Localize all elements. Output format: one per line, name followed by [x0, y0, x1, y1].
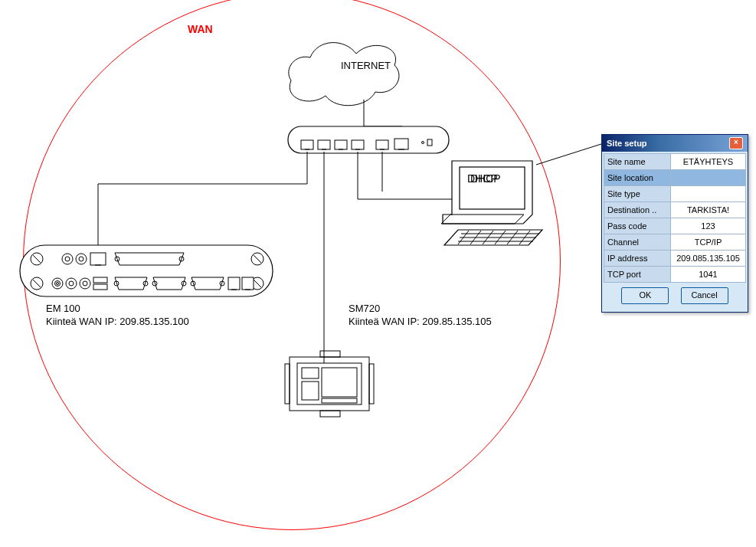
- dialog-row[interactable]: Site location: [604, 170, 746, 186]
- site-setup-dialog: Site setup × Site nameETÄYHTEYSSite loca…: [601, 134, 748, 313]
- dialog-row-key: TCP port: [604, 267, 671, 283]
- svg-rect-61: [93, 277, 107, 283]
- svg-rect-80: [302, 382, 319, 400]
- em100-icon: [20, 245, 273, 296]
- dialog-title: Site setup: [607, 139, 647, 148]
- dialog-row-value[interactable]: TARKISTA!: [671, 202, 746, 218]
- em100-label: EM 100 Kiinteä WAN IP: 209.85.135.100: [46, 303, 189, 329]
- svg-rect-4: [301, 140, 313, 149]
- svg-rect-14: [394, 139, 408, 149]
- dialog-row-value[interactable]: 209.085.135.105: [671, 251, 746, 267]
- svg-rect-6: [318, 140, 330, 149]
- dialog-row-value[interactable]: ETÄYHTEYS: [671, 154, 746, 170]
- svg-rect-76: [285, 364, 290, 404]
- dialog-row-key: Site location: [604, 170, 671, 186]
- dialog-row[interactable]: Pass code123: [604, 218, 746, 234]
- svg-point-54: [52, 278, 63, 289]
- dialog-row-value[interactable]: [671, 170, 746, 186]
- dialog-titlebar[interactable]: Site setup ×: [602, 135, 748, 152]
- cancel-button[interactable]: Cancel: [681, 287, 728, 304]
- dialog-row[interactable]: Site type: [604, 186, 746, 202]
- dialog-row-value[interactable]: 1041: [671, 267, 746, 283]
- sm720-label: SM720 Kiinteä WAN IP: 209.85.135.105: [349, 303, 492, 329]
- dialog-row-value[interactable]: 123: [671, 218, 746, 234]
- dialog-row-value[interactable]: TCP/IP: [671, 234, 746, 251]
- svg-rect-81: [322, 368, 357, 397]
- dialog-row-key: Pass code: [604, 218, 671, 234]
- dialog-row-key: Site type: [604, 186, 671, 202]
- diagram-canvas: WAN INTERNET: [0, 0, 756, 547]
- svg-rect-77: [369, 364, 374, 404]
- svg-rect-75: [320, 411, 340, 417]
- sm720-name: SM720: [349, 303, 380, 314]
- sm720-icon: [285, 351, 374, 417]
- dialog-row-value[interactable]: [671, 186, 746, 202]
- dialog-row[interactable]: TCP port1041: [604, 267, 746, 283]
- svg-point-57: [66, 278, 77, 289]
- svg-rect-12: [376, 140, 388, 149]
- svg-rect-8: [335, 140, 347, 149]
- dialog-body: Site nameETÄYHTEYSSite locationSite type…: [602, 152, 748, 312]
- svg-line-36: [536, 144, 601, 165]
- dialog-row[interactable]: ChannelTCP/IP: [604, 234, 746, 251]
- svg-rect-50: [90, 253, 106, 265]
- svg-rect-62: [93, 284, 107, 290]
- em100-name: EM 100: [46, 303, 80, 314]
- dhcp-text: DHCP: [467, 172, 498, 185]
- svg-rect-82: [322, 398, 357, 403]
- switch-icon: [288, 126, 449, 153]
- svg-rect-74: [320, 351, 340, 357]
- dialog-row[interactable]: Site nameETÄYHTEYS: [604, 154, 746, 170]
- dialog-row-key: Destination ..: [604, 202, 671, 218]
- internet-text: INTERNET: [339, 60, 392, 71]
- close-icon[interactable]: ×: [729, 137, 743, 149]
- dialog-row[interactable]: IP address209.085.135.105: [604, 251, 746, 267]
- svg-rect-71: [242, 277, 254, 290]
- svg-rect-69: [228, 277, 240, 290]
- dialog-row-key: IP address: [604, 251, 671, 267]
- svg-point-48: [76, 254, 87, 264]
- dialog-row[interactable]: Destination ..TARKISTA!: [604, 202, 746, 218]
- svg-point-59: [80, 278, 90, 289]
- dialog-table: Site nameETÄYHTEYSSite locationSite type…: [604, 153, 746, 283]
- svg-rect-10: [352, 140, 364, 149]
- internet-cloud-icon: INTERNET: [289, 43, 399, 106]
- em100-ip: Kiinteä WAN IP: 209.85.135.100: [46, 316, 189, 327]
- sm720-ip: Kiinteä WAN IP: 209.85.135.105: [349, 316, 492, 327]
- dialog-row-key: Channel: [604, 234, 671, 251]
- svg-rect-79: [302, 368, 319, 378]
- dialog-row-key: Site name: [604, 154, 671, 170]
- svg-point-46: [62, 254, 73, 264]
- ok-button[interactable]: OK: [621, 287, 669, 304]
